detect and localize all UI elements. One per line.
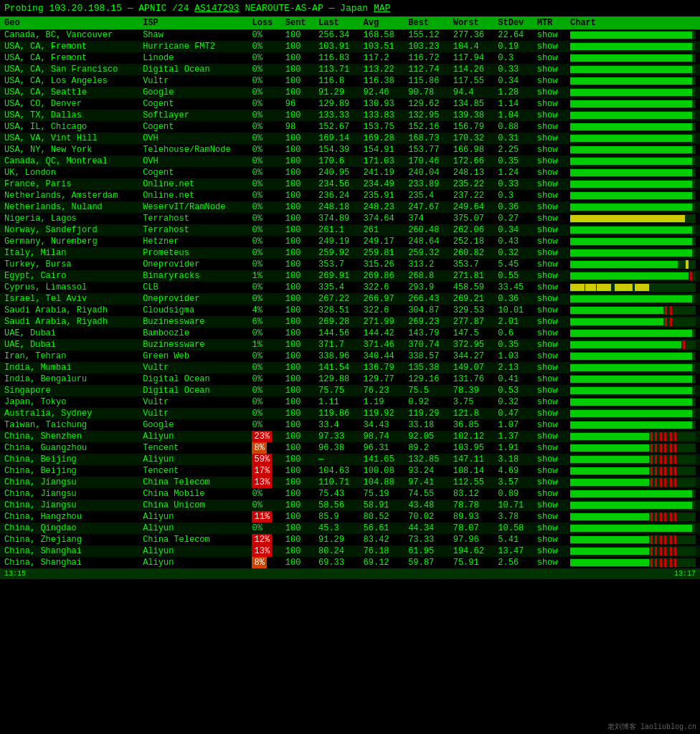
show-link[interactable]: show bbox=[537, 168, 558, 178]
cell-mtr[interactable]: show bbox=[533, 98, 566, 110]
cell-mtr[interactable]: show bbox=[533, 396, 566, 408]
cell-mtr[interactable]: show bbox=[533, 339, 566, 351]
show-link[interactable]: show bbox=[537, 432, 558, 442]
show-link[interactable]: show bbox=[537, 500, 558, 510]
show-link[interactable]: show bbox=[537, 65, 558, 75]
cell-mtr[interactable]: show bbox=[533, 144, 566, 156]
cell-mtr[interactable]: show bbox=[533, 557, 566, 568]
cell-mtr[interactable]: show bbox=[533, 523, 566, 534]
show-link[interactable]: show bbox=[537, 30, 558, 40]
cell-mtr[interactable]: show bbox=[533, 247, 566, 259]
cell-mtr[interactable]: show bbox=[533, 259, 566, 270]
cell-mtr[interactable]: show bbox=[533, 419, 566, 431]
cell-worst: 237.22 bbox=[449, 190, 494, 201]
cell-mtr[interactable]: show bbox=[533, 224, 566, 236]
cell-mtr[interactable]: show bbox=[533, 373, 566, 385]
cell-mtr[interactable]: show bbox=[533, 328, 566, 339]
cell-chart bbox=[566, 419, 700, 431]
cell-mtr[interactable]: show bbox=[533, 431, 566, 442]
cell-best: 132.95 bbox=[404, 110, 449, 121]
show-link[interactable]: show bbox=[537, 535, 558, 545]
show-link[interactable]: show bbox=[537, 145, 558, 155]
cell-mtr[interactable]: show bbox=[533, 52, 566, 64]
show-link[interactable]: show bbox=[537, 546, 558, 556]
cell-mtr[interactable]: show bbox=[533, 534, 566, 545]
cell-mtr[interactable]: show bbox=[533, 41, 566, 52]
show-link[interactable]: show bbox=[537, 53, 558, 63]
show-link[interactable]: show bbox=[537, 214, 558, 224]
show-link[interactable]: show bbox=[537, 42, 558, 52]
show-link[interactable]: show bbox=[537, 225, 558, 235]
cell-mtr[interactable]: show bbox=[533, 442, 566, 454]
show-link[interactable]: show bbox=[537, 282, 558, 292]
show-link[interactable]: show bbox=[537, 512, 558, 522]
show-link[interactable]: show bbox=[537, 558, 558, 568]
show-link[interactable]: show bbox=[537, 328, 558, 338]
cell-mtr[interactable]: show bbox=[533, 213, 566, 224]
cell-isp: Tencent bbox=[138, 465, 247, 477]
show-link[interactable]: show bbox=[537, 489, 558, 499]
show-link[interactable]: show bbox=[537, 351, 558, 361]
cell-mtr[interactable]: show bbox=[533, 190, 566, 201]
show-link[interactable]: show bbox=[537, 99, 558, 109]
show-link[interactable]: show bbox=[537, 156, 558, 166]
show-link[interactable]: show bbox=[537, 466, 558, 476]
show-link[interactable]: show bbox=[537, 523, 558, 533]
show-link[interactable]: show bbox=[537, 454, 558, 464]
cell-mtr[interactable]: show bbox=[533, 167, 566, 178]
cell-mtr[interactable]: show bbox=[533, 121, 566, 133]
cell-mtr[interactable]: show bbox=[533, 545, 566, 557]
show-link[interactable]: show bbox=[537, 191, 558, 201]
asn-link[interactable]: AS147293 bbox=[194, 3, 239, 14]
show-link[interactable]: show bbox=[537, 76, 558, 86]
cell-mtr[interactable]: show bbox=[533, 293, 566, 305]
cell-mtr[interactable]: show bbox=[533, 500, 566, 511]
cell-mtr[interactable]: show bbox=[533, 511, 566, 523]
show-link[interactable]: show bbox=[537, 397, 558, 407]
cell-mtr[interactable]: show bbox=[533, 178, 566, 190]
cell-mtr[interactable]: show bbox=[533, 362, 566, 373]
cell-mtr[interactable]: show bbox=[533, 351, 566, 362]
cell-mtr[interactable]: show bbox=[533, 305, 566, 316]
show-link[interactable]: show bbox=[537, 294, 558, 304]
cell-mtr[interactable]: show bbox=[533, 201, 566, 213]
cell-mtr[interactable]: show bbox=[533, 316, 566, 328]
cell-mtr[interactable]: show bbox=[533, 29, 566, 41]
show-link[interactable]: show bbox=[537, 87, 558, 97]
cell-mtr[interactable]: show bbox=[533, 87, 566, 98]
cell-mtr[interactable]: show bbox=[533, 75, 566, 87]
show-link[interactable]: show bbox=[537, 363, 558, 373]
show-link[interactable]: show bbox=[537, 179, 558, 189]
cell-mtr[interactable]: show bbox=[533, 282, 566, 293]
show-link[interactable]: show bbox=[537, 420, 558, 430]
cell-mtr[interactable]: show bbox=[533, 477, 566, 488]
cell-mtr[interactable]: show bbox=[533, 454, 566, 465]
cell-mtr[interactable]: show bbox=[533, 156, 566, 167]
show-link[interactable]: show bbox=[537, 271, 558, 281]
show-link[interactable]: show bbox=[537, 386, 558, 396]
cell-mtr[interactable]: show bbox=[533, 64, 566, 75]
show-link[interactable]: show bbox=[537, 202, 558, 212]
cell-mtr[interactable]: show bbox=[533, 385, 566, 396]
cell-mtr[interactable]: show bbox=[533, 488, 566, 500]
show-link[interactable]: show bbox=[537, 340, 558, 350]
show-link[interactable]: show bbox=[537, 305, 558, 315]
show-link[interactable]: show bbox=[537, 317, 558, 327]
cell-mtr[interactable]: show bbox=[533, 465, 566, 477]
show-link[interactable]: show bbox=[537, 259, 558, 270]
show-link[interactable]: show bbox=[537, 477, 558, 487]
show-link[interactable]: show bbox=[537, 248, 558, 258]
cell-mtr[interactable]: show bbox=[533, 236, 566, 247]
cell-mtr[interactable]: show bbox=[533, 133, 566, 144]
show-link[interactable]: show bbox=[537, 409, 558, 419]
map-link[interactable]: MAP bbox=[374, 3, 390, 14]
cell-mtr[interactable]: show bbox=[533, 110, 566, 121]
show-link[interactable]: show bbox=[537, 122, 558, 132]
cell-mtr[interactable]: show bbox=[533, 408, 566, 419]
show-link[interactable]: show bbox=[537, 110, 558, 120]
show-link[interactable]: show bbox=[537, 374, 558, 384]
cell-mtr[interactable]: show bbox=[533, 270, 566, 282]
show-link[interactable]: show bbox=[537, 133, 558, 143]
show-link[interactable]: show bbox=[537, 443, 558, 453]
show-link[interactable]: show bbox=[537, 237, 558, 247]
